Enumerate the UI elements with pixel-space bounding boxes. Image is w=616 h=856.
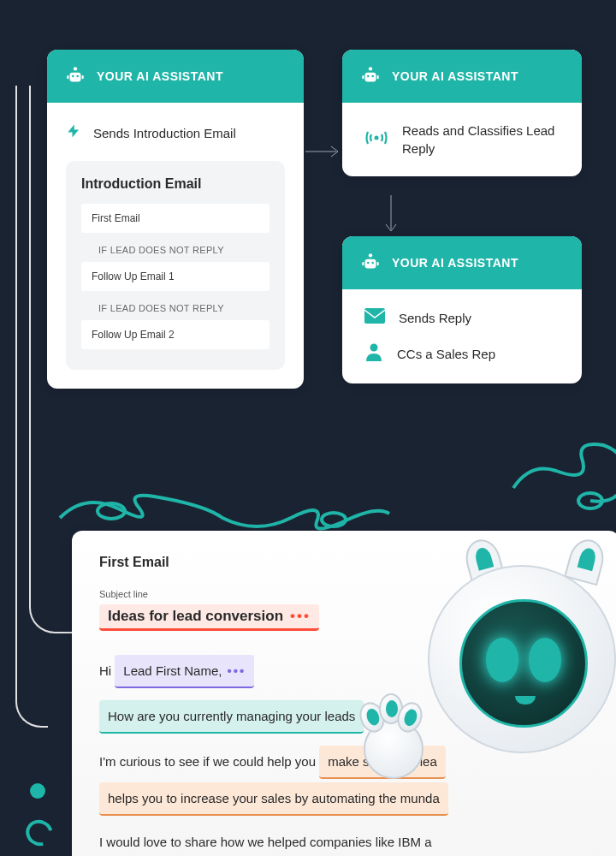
svg-rect-16 (365, 259, 376, 269)
svg-point-18 (371, 262, 374, 265)
svg-point-7 (369, 67, 372, 70)
subject-line[interactable]: Ideas for lead conversion ••• (99, 604, 319, 631)
svg-point-9 (367, 75, 370, 78)
svg-rect-4 (67, 75, 68, 79)
card-header: YOUR AI ASSISTANT (342, 50, 582, 103)
sequence-condition: IF LEAD DOES NOT REPLY (81, 296, 270, 320)
action-row: Reads and Classifies Lead Reply (364, 122, 560, 158)
action-text: Sends Introduction Email (93, 126, 236, 140)
card-header-text: YOUR AI ASSISTANT (97, 69, 223, 83)
card-header-text: YOUR AI ASSISTANT (392, 69, 518, 83)
robot-icon (359, 65, 382, 87)
person-icon (364, 342, 383, 365)
card-body: Sends Reply CCs a Sales Rep (342, 289, 582, 383)
svg-point-17 (367, 262, 370, 265)
svg-rect-12 (377, 75, 379, 79)
sequence-item: First Email (81, 204, 270, 233)
svg-rect-1 (70, 73, 81, 82)
bolt-icon (66, 122, 81, 144)
action-text: Sends Reply (399, 309, 471, 327)
more-icon[interactable]: ••• (290, 608, 311, 625)
robot-icon (64, 65, 86, 87)
decorative-squiggle (505, 419, 616, 522)
sequence-item: Follow Up Email 1 (81, 262, 270, 291)
card-body: Reads and Classifies Lead Reply (342, 103, 582, 176)
sequence-item: Follow Up Email 2 (81, 320, 270, 349)
card-sends-reply: YOUR AI ASSISTANT Sends Reply CCs a Sale… (342, 236, 582, 383)
card-reads-classifies: YOUR AI ASSISTANT Reads and Classifies L… (342, 50, 582, 176)
sequence-condition: IF LEAD DOES NOT REPLY (81, 238, 270, 262)
arrow-down-icon (383, 195, 399, 238)
subject-text: Ideas for lead conversion (108, 608, 283, 625)
decorative-dot (30, 783, 45, 799)
greeting-prefix: Hi (99, 663, 111, 678)
svg-point-22 (370, 344, 378, 352)
card-intro-email: YOUR AI ASSISTANT Sends Introduction Ema… (47, 50, 304, 389)
action-row: Sends Introduction Email (66, 122, 285, 144)
svg-point-0 (74, 67, 77, 70)
decorative-circle (21, 815, 58, 851)
action-row: Sends Reply (364, 308, 560, 327)
card-header: YOUR AI ASSISTANT (47, 50, 304, 103)
broadcast-icon (364, 128, 388, 151)
envelope-icon (364, 308, 385, 327)
card-header-text: YOUR AI ASSISTANT (392, 256, 518, 270)
svg-point-2 (72, 75, 74, 78)
svg-point-15 (369, 253, 372, 257)
svg-rect-19 (362, 262, 364, 265)
svg-rect-5 (82, 75, 84, 79)
merge-tag-question[interactable]: How are you currently managing your lead… (99, 700, 364, 734)
action-text: CCs a Sales Rep (397, 345, 495, 363)
sequence-title: Introduction Email (81, 176, 270, 192)
svg-rect-21 (364, 308, 385, 324)
robot-icon (359, 252, 382, 274)
arrow-right-icon (305, 144, 341, 163)
body-text: I'm curious to see if we could help you (99, 754, 316, 769)
svg-point-3 (76, 75, 79, 78)
svg-point-13 (375, 136, 379, 140)
card-body: Sends Introduction Email Introduction Em… (47, 103, 304, 389)
email-sequence: Introduction Email First Email IF LEAD D… (66, 161, 285, 370)
card-header: YOUR AI ASSISTANT (342, 236, 582, 289)
action-text: Reads and Classifies Lead Reply (402, 122, 560, 158)
svg-rect-8 (365, 73, 376, 82)
svg-rect-11 (362, 75, 364, 79)
robot-mascot-illustration (376, 531, 616, 856)
action-row: CCs a Sales Rep (364, 342, 560, 365)
svg-rect-20 (377, 262, 379, 265)
merge-tag-lead-name[interactable]: Lead First Name, ••• (115, 655, 254, 688)
svg-point-10 (371, 75, 374, 78)
